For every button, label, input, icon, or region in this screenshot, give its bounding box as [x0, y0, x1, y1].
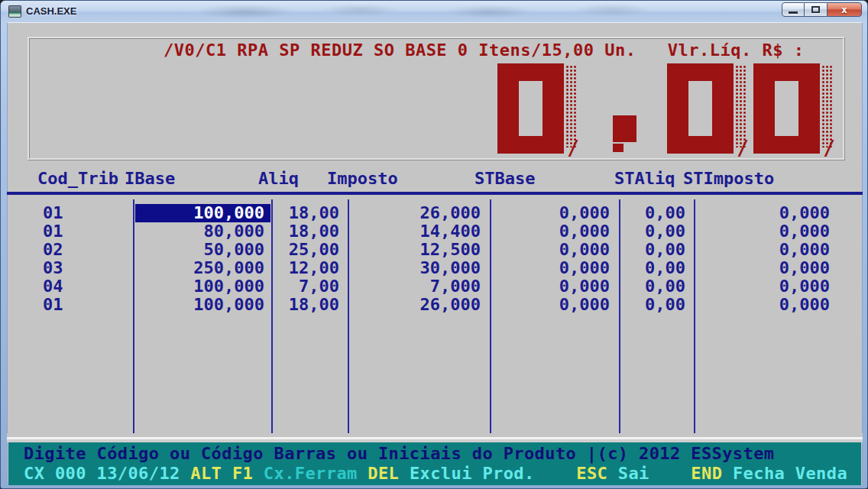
maximize-icon	[811, 6, 820, 13]
table-cell: 01	[43, 296, 127, 314]
big-digit: /	[753, 63, 820, 154]
table-header-row: Cod_TribIBaseAliqImpostoSTBaseSTAliqSTIm…	[1, 169, 868, 190]
table-cell: 18,00	[276, 204, 339, 222]
column-header-ibase: IBase	[125, 169, 175, 189]
column-header-staliq: STAliq	[614, 169, 675, 189]
status-bar: Digite Código ou Código Barras ou Inicia…	[8, 442, 861, 485]
close-button[interactable]: x	[827, 2, 862, 17]
table-cell: 14,400	[352, 222, 481, 241]
status-segment: CX 000 13/06/12	[24, 464, 190, 483]
minimize-icon	[789, 11, 798, 14]
table-cell: 0,000	[494, 277, 610, 296]
table-cell: 7,000	[352, 277, 481, 296]
big-digit: /	[667, 63, 734, 154]
big-digit-shade	[821, 65, 834, 147]
big-comma-block	[613, 115, 636, 142]
table-cell: 0,000	[698, 277, 830, 296]
table-cell: 12,00	[276, 259, 339, 277]
column-separator	[271, 199, 273, 435]
table-cell: 250,000	[137, 259, 264, 277]
table-cell: 0,000	[494, 259, 610, 277]
status-segment: DEL	[368, 464, 410, 483]
status-segment: Cx.Ferram	[264, 464, 368, 483]
table-cell: 0,00	[623, 259, 685, 277]
big-digit: /	[497, 63, 564, 154]
column-separator	[348, 199, 349, 435]
big-digit-slash: /	[737, 138, 749, 158]
table-cell: 02	[43, 241, 127, 259]
table-cell: 50,000	[137, 241, 264, 259]
table-cell: 12,500	[352, 241, 481, 259]
table-cell: 0,000	[698, 222, 830, 241]
big-digit-hole	[688, 81, 712, 136]
column-header-cod_trib: Cod_Trib	[37, 169, 118, 189]
column-separator	[694, 199, 695, 435]
table-cell: 0,000	[494, 222, 610, 241]
status-message: Digite Código ou Código Barras ou Inicia…	[24, 444, 861, 464]
table-cell: 100,000	[137, 296, 264, 314]
status-shortcuts: CX 000 13/06/12 ALT F1 Cx.Ferram DEL Exc…	[24, 464, 861, 484]
column-separator	[133, 199, 134, 435]
table-cell: 0,000	[494, 204, 610, 222]
window-title: CASH.EXE	[26, 5, 76, 17]
table-cell: 26,000	[352, 296, 481, 314]
table-cell: 0,00	[623, 296, 685, 314]
column-separator	[619, 199, 620, 435]
table-cell: 04	[43, 277, 127, 296]
status-segment: ESC	[576, 464, 618, 483]
status-divider	[7, 433, 863, 442]
table-cell: 25,00	[276, 241, 339, 259]
table-cell: 0,00	[623, 277, 685, 296]
app-window: CASH.EXE x /V0/C1 RPA SP REDUZ SO BASE 0…	[0, 0, 868, 489]
table-cell: 30,000	[352, 259, 481, 277]
table-cell: 01	[43, 204, 127, 222]
status-segment: END	[691, 464, 733, 483]
table-cell: 26,000	[352, 204, 481, 222]
app-icon	[8, 5, 21, 18]
column-header-imposto: Imposto	[327, 169, 398, 189]
table-cell: 18,00	[276, 222, 339, 241]
sale-caption: /V0/C1 RPA SP REDUZ SO BASE 0 Itens/15,0…	[164, 40, 804, 60]
table-cell: 18,00	[276, 296, 339, 314]
big-digit-hole	[519, 81, 542, 136]
table-cell: 03	[43, 259, 127, 277]
table-cell: 0,00	[623, 241, 685, 259]
column-header-stimposto: STImposto	[683, 169, 774, 189]
table-cell: 80,000	[137, 222, 264, 241]
maximize-button[interactable]	[805, 2, 827, 17]
big-digit-shade	[735, 65, 747, 147]
big-comma-tail	[613, 144, 623, 152]
status-segment: Fecha Venda	[733, 464, 847, 483]
big-comma	[613, 115, 639, 154]
big-digit-hole	[775, 81, 798, 136]
table-cell: 0,000	[698, 204, 830, 222]
table-cell: 0,000	[494, 296, 610, 314]
big-digit-shade	[565, 65, 578, 147]
table-cell: 0,000	[698, 259, 830, 277]
status-segment: ALT F1	[190, 464, 264, 483]
table-cell: 0,000	[494, 241, 610, 259]
big-digit-slash: /	[567, 138, 579, 158]
selected-cell[interactable]: 100,000	[135, 204, 270, 222]
column-separator	[490, 199, 491, 435]
status-segment: Exclui Prod.	[410, 464, 576, 483]
column-header-stbase: STBase	[474, 169, 535, 189]
big-digit-slash: /	[823, 138, 835, 158]
table-cell: 0,00	[623, 222, 685, 241]
column-header-aliq: Aliq	[258, 169, 299, 189]
close-icon: x	[841, 3, 847, 16]
window-controls: x	[782, 2, 862, 17]
status-segment: Sai	[618, 464, 691, 483]
titlebar[interactable]: CASH.EXE x	[1, 1, 867, 22]
table-cell: 7,00	[276, 277, 339, 296]
table-cell: 0,000	[698, 296, 830, 314]
minimize-button[interactable]	[782, 2, 805, 17]
table-cell: 0,00	[623, 204, 685, 222]
table-cell: 01	[43, 222, 127, 241]
table-cell: 0,000	[698, 241, 830, 259]
table-cell: 100,000	[137, 277, 264, 296]
header-divider	[7, 192, 863, 195]
